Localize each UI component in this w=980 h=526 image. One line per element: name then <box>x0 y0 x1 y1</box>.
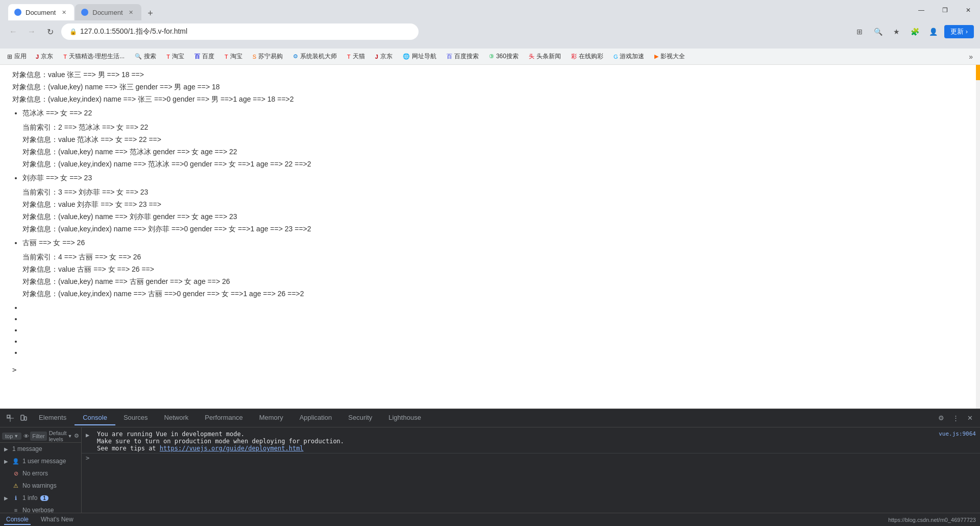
forward-button[interactable]: → <box>24 25 39 39</box>
tab-2-close[interactable]: ✕ <box>127 8 135 16</box>
bottom-tab-whats-new[interactable]: What's New <box>39 515 76 525</box>
bullet-group-2: 刘亦菲 ==> 女 ==> 23 <box>12 172 962 184</box>
bookmark-nav[interactable]: 🌐 网址导航 <box>399 51 440 62</box>
log-levels-chevron-icon: ▼ <box>68 434 72 439</box>
vue-deployment-link[interactable]: https://vuejs.org/guide/deployment.html <box>160 445 304 452</box>
tab-1[interactable]: Document ✕ <box>8 4 74 20</box>
new-tab-button[interactable]: + <box>143 6 158 20</box>
account-icon[interactable]: 👤 <box>926 25 940 39</box>
tab-performance[interactable]: Performance <box>197 411 251 425</box>
translate-icon[interactable]: ⊞ <box>852 25 867 39</box>
verbose-icon: ≡ <box>12 507 19 513</box>
update-button[interactable]: 更新 › <box>944 25 974 38</box>
bookmark-search[interactable]: 🔍 搜索 <box>131 51 160 62</box>
minimize-button[interactable]: — <box>910 3 933 18</box>
bookmark-system[interactable]: ⚙ 系统装机大师 <box>289 51 341 62</box>
info-count-badge: 1 <box>40 495 48 501</box>
bookmark-jd2[interactable]: J 京东 <box>371 51 397 62</box>
bullet-1-title: 范冰冰 ==> 女 ==> 22 <box>22 107 962 119</box>
bookmarks-more[interactable]: » <box>966 52 976 62</box>
log-levels-selector[interactable]: Default levels ▼ <box>47 430 75 442</box>
bookmark-toutiao[interactable]: 头 头条新闻 <box>525 51 565 62</box>
empty-bullet-3 <box>22 324 962 336</box>
main-content: 对象信息：value 张三 ==> 男 ==> 18 ==> 对象信息：(val… <box>0 65 980 409</box>
info-label: 1 info <box>22 494 37 501</box>
more-options-button[interactable]: ⋮ <box>949 412 962 424</box>
tab-network[interactable]: Network <box>156 411 197 425</box>
bookmark-taobao2-label: 淘宝 <box>230 52 242 61</box>
warning-icon: ⚠ <box>12 482 19 489</box>
tab-application[interactable]: Application <box>291 411 340 425</box>
sidebar-item-info[interactable]: ▶ ℹ 1 info 1 <box>0 492 81 504</box>
bookmark-baidu-search[interactable]: 百 百度搜索 <box>443 51 483 62</box>
address-input[interactable]: 🔒 127.0.0.1:5500/1.指令/5.v-for.html <box>61 23 419 40</box>
bookmark-360[interactable]: ③ 360搜索 <box>485 51 523 62</box>
bookmark-jd1[interactable]: J 京东 <box>32 51 57 62</box>
filter-input-container[interactable]: Filter <box>30 432 46 441</box>
tab-1-close[interactable]: ✕ <box>60 8 68 16</box>
sidebar-item-warnings[interactable]: ▶ ⚠ No warnings <box>0 480 81 492</box>
back-button[interactable]: ← <box>6 25 20 39</box>
console-input-area[interactable]: > <box>82 453 980 463</box>
tab-sources[interactable]: Sources <box>115 411 156 425</box>
bookmark-game-icon: G <box>614 54 618 60</box>
bookmark-video[interactable]: ▶ 影视大全 <box>650 51 689 62</box>
tab-lighthouse[interactable]: Lighthouse <box>380 411 429 425</box>
maximize-button[interactable]: ❐ <box>933 3 957 18</box>
bookmark-game[interactable]: G 游戏加速 <box>609 51 649 62</box>
message-expand-icon[interactable]: ▶ <box>86 432 93 439</box>
bookmark-lottery-icon: 彩 <box>571 53 577 60</box>
address-text: 127.0.0.1:5500/1.指令/5.v-for.html <box>80 27 187 36</box>
apps-button[interactable]: ⊞ 应用 <box>4 51 30 62</box>
address-bar: ← → ↻ 🔒 127.0.0.1:5500/1.指令/5.v-for.html… <box>0 20 980 43</box>
empty-bullet-2 <box>22 313 962 324</box>
messages-expand-icon: ▶ <box>4 446 9 452</box>
console-settings-button[interactable]: ⚙ <box>74 430 79 442</box>
bookmark-tianmao2[interactable]: T 天猫 <box>343 51 369 62</box>
tab-memory[interactable]: Memory <box>251 411 291 425</box>
eye-icon[interactable]: 👁 <box>23 433 29 439</box>
bookmark-suning-label: 苏宁易购 <box>258 52 283 61</box>
bookmark-taobao1[interactable]: T 淘宝 <box>162 51 188 62</box>
bookmark-taobao2-icon: T <box>225 54 228 60</box>
sidebar-item-verbose[interactable]: ▶ ≡ No verbose <box>0 504 81 513</box>
bookmark-jd2-label: 京东 <box>380 52 393 61</box>
tab-2[interactable]: Document ✕ <box>75 4 141 20</box>
close-button[interactable]: ✕ <box>957 3 980 18</box>
bookmark-icon[interactable]: ★ <box>889 25 903 39</box>
scrollbar-thumb[interactable] <box>976 65 980 80</box>
extension-icon[interactable]: 🧩 <box>908 25 922 39</box>
inspect-element-button[interactable] <box>4 412 16 424</box>
tab-console[interactable]: Console <box>75 411 115 425</box>
search-icon[interactable]: 🔍 <box>871 25 885 39</box>
bookmark-taobao2[interactable]: T 淘宝 <box>220 51 247 62</box>
fanbingbing-line4: 对象信息：(value,key,index) name ==> 范冰冰 ==>0… <box>12 158 962 171</box>
sidebar-item-errors[interactable]: ▶ ⊘ No errors <box>0 467 81 480</box>
sidebar-item-user-messages[interactable]: ▶ 👤 1 user message <box>0 455 81 467</box>
settings-button[interactable]: ⚙ <box>935 412 947 424</box>
bookmark-suning-icon: S <box>253 54 256 60</box>
message-source-1[interactable]: vue.js:9064 <box>939 431 976 437</box>
bottom-tab-console[interactable]: Console <box>4 515 31 525</box>
tab-2-favicon <box>81 9 88 16</box>
refresh-button[interactable]: ↻ <box>43 25 57 39</box>
bookmark-tianmao[interactable]: T 天猫精选·理想生活... <box>59 51 129 62</box>
sidebar-item-messages[interactable]: ▶ 1 message <box>0 443 81 455</box>
context-selector[interactable]: top ▼ <box>2 433 21 440</box>
device-toolbar-button[interactable] <box>17 412 30 424</box>
guli-line2: 对象信息：value 古丽 ==> 女 ==> 26 ==> <box>12 264 962 276</box>
status-bar-url: https://blog.csdn.net/m0_46977723 <box>888 517 976 523</box>
bookmark-lottery[interactable]: 彩 在线购彩 <box>567 51 607 62</box>
scrollbar-track[interactable] <box>976 65 980 409</box>
address-icons: ⊞ 🔍 ★ 🧩 👤 更新 › <box>852 25 974 39</box>
tab-elements[interactable]: Elements <box>31 411 75 425</box>
devtools-body: top ▼ 👁 Filter Default levels ▼ ⚙ ▶ 1 me… <box>0 427 980 513</box>
bookmark-suning[interactable]: S 苏宁易购 <box>249 51 287 62</box>
bullet-3-title: 古丽 ==> 女 ==> 26 <box>22 237 962 249</box>
close-devtools-button[interactable]: ✕ <box>964 412 976 424</box>
bookmark-baidu[interactable]: 百 百度 <box>190 51 218 62</box>
bookmark-360-label: 360搜索 <box>496 52 519 61</box>
user-messages-expand-icon: ▶ <box>4 459 9 464</box>
tab-security[interactable]: Security <box>340 411 380 425</box>
verbose-label: No verbose <box>22 507 54 513</box>
